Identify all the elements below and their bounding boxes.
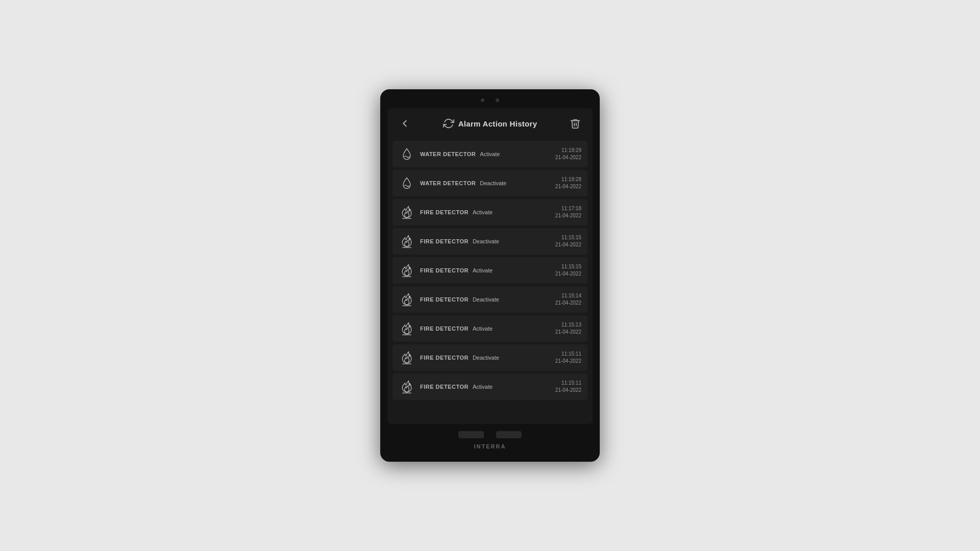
- item-info: FIRE DETECTOR Activate 11:15:1121-04-202…: [420, 380, 581, 394]
- item-time: 11:19:2821-04-2022: [555, 176, 581, 190]
- bottom-button-left: [458, 431, 484, 438]
- list-item[interactable]: FIRE DETECTOR Deactivate 11:15:1421-04-2…: [393, 286, 587, 313]
- item-info: FIRE DETECTOR Activate 11:15:1521-04-202…: [420, 263, 581, 278]
- item-time: 11:15:1121-04-2022: [555, 350, 581, 365]
- item-name: FIRE DETECTOR: [420, 296, 469, 303]
- item-info: WATER DETECTOR Activate 11:19:2921-04-20…: [420, 147, 581, 161]
- item-action: Activate: [473, 384, 504, 390]
- item-name: FIRE DETECTOR: [420, 384, 469, 390]
- item-name: FIRE DETECTOR: [420, 325, 469, 332]
- water-detector-icon: [399, 175, 415, 191]
- item-action: Deactivate: [473, 296, 504, 303]
- list-item[interactable]: FIRE DETECTOR Activate 11:15:1121-04-202…: [393, 373, 587, 400]
- delete-button[interactable]: [566, 114, 584, 133]
- item-name: FIRE DETECTOR: [420, 267, 469, 273]
- list-item[interactable]: WATER DETECTOR Deactivate 11:19:2821-04-…: [393, 170, 587, 196]
- item-name: FIRE DETECTOR: [420, 209, 469, 215]
- fire-detector-icon: [399, 204, 415, 220]
- dot-2: [496, 98, 499, 102]
- fire-detector-icon: [399, 262, 415, 279]
- screen: Alarm Action History WATE: [387, 108, 593, 424]
- item-action: Deactivate: [473, 238, 504, 244]
- list-item[interactable]: WATER DETECTOR Activate 11:19:2921-04-20…: [393, 141, 587, 167]
- item-name: WATER DETECTOR: [420, 180, 476, 186]
- item-name: FIRE DETECTOR: [420, 355, 469, 361]
- item-action: Activate: [473, 209, 504, 215]
- fire-detector-icon: [399, 320, 415, 337]
- page-title: Alarm Action History: [458, 119, 537, 128]
- fire-detector-icon: [399, 349, 415, 366]
- item-action: Deactivate: [473, 355, 504, 361]
- item-time: 11:15:1321-04-2022: [555, 321, 581, 336]
- list-item[interactable]: FIRE DETECTOR Activate 11:17:1821-04-202…: [393, 199, 587, 226]
- fire-detector-icon: [399, 379, 415, 395]
- item-info: FIRE DETECTOR Deactivate 11:15:1521-04-2…: [420, 234, 581, 248]
- item-time: 11:19:2921-04-2022: [555, 147, 581, 161]
- list-item[interactable]: FIRE DETECTOR Activate 11:15:1321-04-202…: [393, 315, 587, 342]
- item-time: 11:17:1821-04-2022: [555, 205, 581, 219]
- device-bottom-bar: [387, 431, 593, 438]
- brand-label: INTERRA: [474, 443, 506, 449]
- item-action: Deactivate: [480, 180, 511, 186]
- list-item[interactable]: FIRE DETECTOR Activate 11:15:1521-04-202…: [393, 257, 587, 284]
- list-item[interactable]: FIRE DETECTOR Deactivate 11:15:1121-04-2…: [393, 344, 587, 371]
- item-action: Activate: [473, 267, 504, 273]
- item-name: WATER DETECTOR: [420, 151, 476, 157]
- list-item[interactable]: FIRE DETECTOR Deactivate 11:15:1521-04-2…: [393, 228, 587, 255]
- fire-detector-icon: [399, 233, 415, 249]
- item-info: WATER DETECTOR Deactivate 11:19:2821-04-…: [420, 176, 581, 190]
- item-time: 11:15:1121-04-2022: [555, 380, 581, 394]
- header: Alarm Action History: [387, 108, 593, 139]
- history-list: WATER DETECTOR Activate 11:19:2921-04-20…: [387, 139, 593, 408]
- item-action: Activate: [473, 325, 504, 332]
- item-info: FIRE DETECTOR Activate 11:17:1821-04-202…: [420, 205, 581, 219]
- fire-detector-icon: [399, 291, 415, 308]
- water-detector-icon: [399, 146, 415, 162]
- dot-1: [481, 98, 484, 102]
- header-title-area: Alarm Action History: [443, 118, 537, 129]
- item-action: Activate: [480, 151, 511, 157]
- item-info: FIRE DETECTOR Deactivate 11:15:1121-04-2…: [420, 350, 581, 365]
- item-info: FIRE DETECTOR Deactivate 11:15:1421-04-2…: [420, 292, 581, 307]
- back-button[interactable]: [396, 114, 414, 133]
- item-time: 11:15:1421-04-2022: [555, 292, 581, 307]
- item-info: FIRE DETECTOR Activate 11:15:1321-04-202…: [420, 321, 581, 336]
- item-name: FIRE DETECTOR: [420, 238, 469, 244]
- refresh-icon: [443, 118, 454, 129]
- item-time: 11:15:1521-04-2022: [555, 263, 581, 278]
- device-dots: [481, 98, 499, 102]
- device-frame: Alarm Action History WATE: [380, 89, 600, 462]
- bottom-button-right: [496, 431, 522, 438]
- item-time: 11:15:1521-04-2022: [555, 234, 581, 248]
